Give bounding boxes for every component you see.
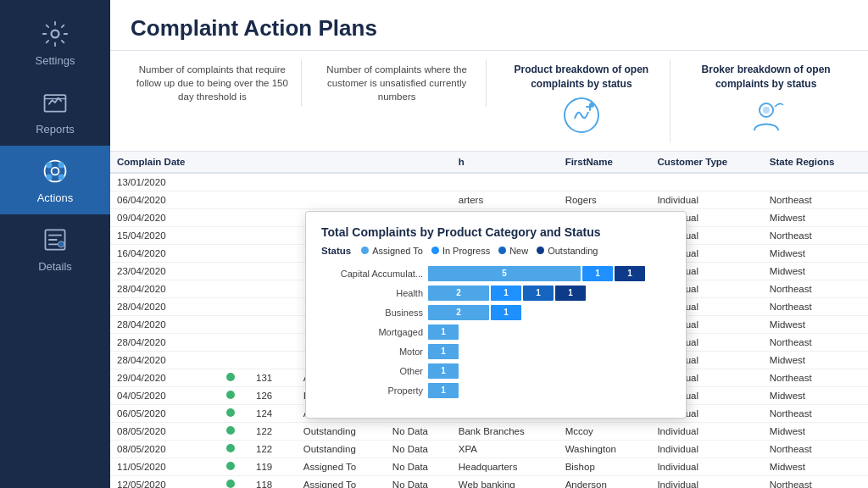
cell-num: 119	[249, 458, 297, 475]
page-title: Complaint Action Plans	[131, 15, 848, 42]
col-header-date: Complain Date	[110, 152, 220, 173]
cell-state: Midwest	[763, 386, 868, 404]
cell-dot	[220, 475, 249, 488]
kpi-row: Number of complaints that require follow…	[110, 51, 868, 152]
cell-state: Northeast	[763, 440, 868, 458]
bar-segment: 1	[615, 266, 645, 281]
cell-state: Northeast	[763, 297, 868, 315]
cell-custtype	[650, 173, 762, 191]
cell-dot	[220, 262, 249, 280]
cell-h: XPA	[452, 440, 559, 458]
cell-status: Assigned To	[297, 458, 386, 475]
chart-row-label: Mortgaged	[321, 327, 423, 337]
cell-dot	[220, 315, 249, 333]
cell-status: Outstanding	[297, 422, 386, 440]
kpi-title-4: Broker breakdown of open complaints by s…	[684, 63, 848, 92]
cell-num: 122	[249, 440, 297, 458]
cell-firstname: Anderson	[559, 475, 651, 488]
cell-num	[249, 333, 297, 351]
cell-date: 28/04/2020	[110, 315, 220, 333]
chart-row: Capital Accumulat...511	[321, 266, 670, 281]
bar-segment: 5	[428, 266, 581, 281]
chart-row: Business21	[321, 305, 670, 320]
cell-custtype: Individual	[650, 422, 762, 440]
sidebar-item-reports-label: Reports	[36, 123, 75, 136]
sidebar-item-reports[interactable]: Reports	[0, 77, 110, 146]
cell-state: Midwest	[763, 208, 868, 226]
chart-row-label: Capital Accumulat...	[321, 269, 423, 279]
cell-dot	[220, 226, 249, 244]
sidebar-item-settings[interactable]: Settings	[0, 8, 110, 77]
cell-custtype: Individual	[650, 475, 762, 488]
svg-point-7	[58, 175, 63, 179]
cell-num	[249, 173, 297, 191]
cell-nodata: No Data	[386, 422, 452, 440]
bar-group: 511	[428, 266, 645, 281]
cell-dot	[220, 280, 249, 297]
kpi-card-3: Product breakdown of open complaints by …	[493, 59, 671, 142]
cell-firstname	[559, 173, 651, 191]
cell-date: 28/04/2020	[110, 351, 220, 369]
legend-item: In Progress	[431, 246, 490, 256]
cell-num: 122	[249, 422, 297, 440]
cell-dot	[220, 333, 249, 351]
chart-row-label: Business	[321, 308, 423, 318]
cell-date: 16/04/2020	[110, 244, 220, 262]
kpi-title-3: Product breakdown of open complaints by …	[500, 63, 664, 92]
bar-segment: 1	[428, 324, 459, 340]
kpi-card-2: Number of complaints where the customer …	[309, 59, 487, 107]
chart-row: Motor1	[321, 344, 670, 359]
cell-status	[297, 191, 386, 208]
status-label: Status	[321, 246, 351, 256]
page-header: Complaint Action Plans	[110, 0, 868, 51]
cell-dot	[220, 404, 249, 422]
cell-num: 124	[249, 404, 297, 422]
cell-num: 118	[249, 475, 297, 488]
sidebar-item-details[interactable]: Details	[0, 214, 110, 283]
cell-date: 04/05/2020	[110, 386, 220, 404]
bar-segment: 1	[428, 344, 459, 359]
actions-icon	[40, 156, 70, 186]
cell-dot	[220, 173, 249, 191]
svg-point-3	[52, 168, 59, 175]
cell-state: Northeast	[763, 369, 868, 386]
cell-date: 28/04/2020	[110, 297, 220, 315]
bar-segment: 1	[491, 305, 521, 320]
cell-num: 131	[249, 369, 297, 386]
cell-status: Assigned To	[297, 475, 386, 488]
settings-icon	[40, 19, 70, 49]
cell-state: Midwest	[763, 262, 868, 280]
svg-point-9	[58, 241, 64, 247]
cell-h: Bank Branches	[452, 422, 559, 440]
chart-popup-title: Total Complaints by Product Category and…	[321, 225, 670, 239]
sidebar-item-actions[interactable]: Actions	[0, 146, 110, 214]
cell-dot	[220, 369, 249, 386]
cell-custtype: Individual	[650, 440, 762, 458]
bar-segment: 1	[523, 286, 554, 301]
cell-num	[249, 191, 297, 208]
cell-status: Outstanding	[297, 440, 386, 458]
bar-group: 1	[428, 383, 459, 398]
cell-num	[249, 208, 297, 226]
legend-item: Outstanding	[537, 246, 598, 256]
kpi-text-2: Number of complaints where the customer …	[326, 64, 467, 102]
cell-num	[249, 280, 297, 297]
cell-nodata	[386, 191, 452, 208]
cell-num	[249, 297, 297, 315]
table-row: 06/04/2020 arters Rogers Individual Nort…	[110, 191, 868, 208]
broker-breakdown-icon	[746, 95, 787, 136]
cell-dot	[220, 244, 249, 262]
cell-h: arters	[452, 191, 559, 208]
bar-segment: 1	[555, 286, 586, 301]
cell-firstname: Mccoy	[559, 422, 651, 440]
chart-row: Property1	[321, 383, 670, 398]
cell-num: 126	[249, 386, 297, 404]
cell-firstname: Washington	[559, 440, 651, 458]
legend-item: Assigned To	[361, 246, 423, 256]
cell-custtype: Individual	[650, 458, 762, 475]
cell-state	[763, 173, 868, 191]
cell-num	[249, 351, 297, 369]
col-header-h: h	[452, 152, 559, 173]
col-header-num	[249, 152, 297, 173]
table-row: 13/01/2020	[110, 173, 868, 191]
